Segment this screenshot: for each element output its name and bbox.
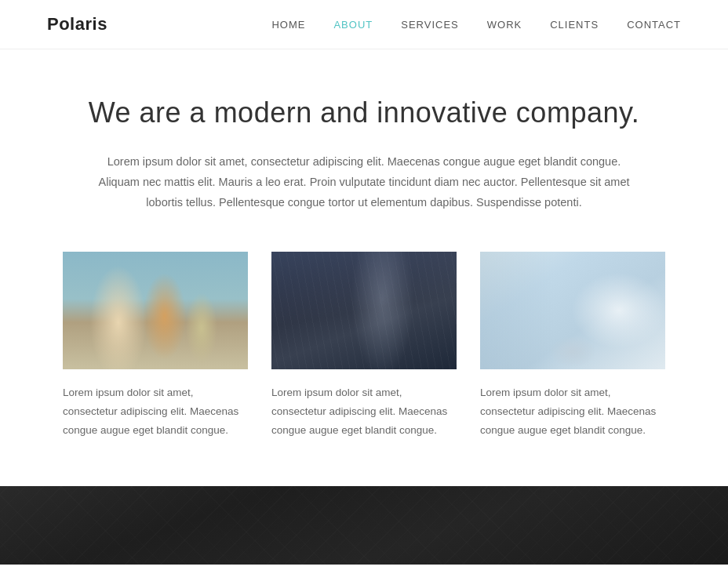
page-title: We are a modern and innovative company.: [63, 96, 665, 129]
hero-description: Lorem ipsum dolor sit amet, consectetur …: [97, 151, 631, 212]
hero-section: We are a modern and innovative company. …: [0, 49, 728, 212]
footer-section: [0, 486, 728, 565]
nav-item-contact[interactable]: CONTACT: [627, 17, 681, 31]
card-3: Lorem ipsum dolor sit amet, consectetur …: [480, 252, 665, 439]
card-2-text: Lorem ipsum dolor sit amet, consectetur …: [271, 383, 457, 439]
card-3-text: Lorem ipsum dolor sit amet, consectetur …: [480, 383, 665, 439]
card-3-image: [480, 252, 665, 369]
nav-item-about[interactable]: ABOUT: [333, 17, 373, 31]
nav-item-services[interactable]: SERVICES: [401, 17, 459, 31]
nav-link-work[interactable]: WORK: [487, 19, 522, 31]
card-1-text: Lorem ipsum dolor sit amet, consectetur …: [63, 383, 248, 439]
card-1: Lorem ipsum dolor sit amet, consectetur …: [63, 252, 248, 439]
nav-menu: HOME ABOUT SERVICES WORK CLIENTS CONTACT: [271, 17, 681, 31]
nav-item-home[interactable]: HOME: [271, 17, 305, 31]
navigation: Polaris HOME ABOUT SERVICES WORK CLIENTS…: [0, 0, 728, 49]
nav-link-services[interactable]: SERVICES: [401, 19, 459, 31]
cards-section: Lorem ipsum dolor sit amet, consectetur …: [0, 252, 728, 439]
card-2-image: [271, 252, 457, 369]
nav-link-about[interactable]: ABOUT: [333, 19, 373, 31]
card-2: Lorem ipsum dolor sit amet, consectetur …: [271, 252, 457, 439]
card-1-image: [63, 252, 248, 369]
nav-link-contact[interactable]: CONTACT: [627, 19, 681, 31]
nav-link-home[interactable]: HOME: [271, 19, 305, 31]
site-logo[interactable]: Polaris: [47, 14, 107, 34]
nav-link-clients[interactable]: CLIENTS: [550, 19, 599, 31]
nav-item-work[interactable]: WORK: [487, 17, 522, 31]
nav-item-clients[interactable]: CLIENTS: [550, 17, 599, 31]
